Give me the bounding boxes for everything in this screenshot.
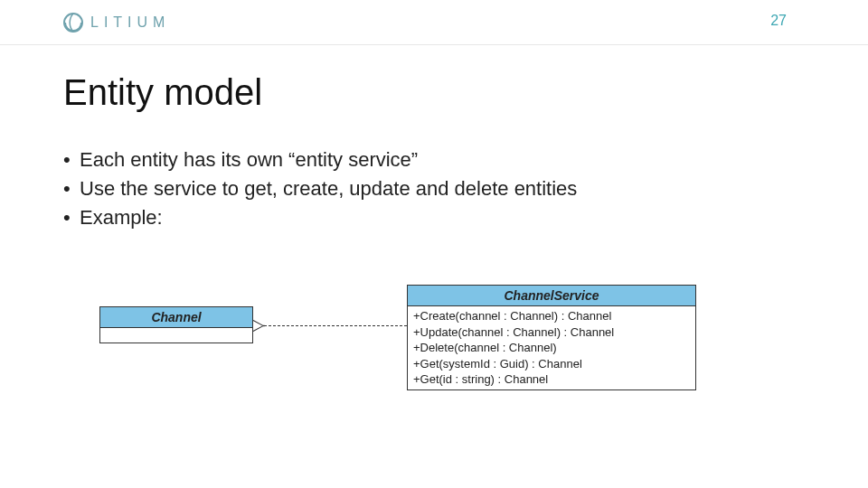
slide: LITIUM 27 Entity model • Each entity has…: [0, 0, 868, 488]
slide-header: LITIUM 27: [0, 0, 868, 45]
brand-logo: LITIUM: [63, 13, 170, 33]
uml-class-name: ChannelService: [408, 286, 695, 306]
uml-class-body: +Create(channel : Channel) : Channel +Up…: [408, 306, 695, 389]
bullet-dot-icon: •: [63, 145, 80, 174]
uml-dependency-arrow: [253, 317, 407, 335]
uml-class-body: [100, 328, 252, 343]
page-title: Entity model: [63, 72, 805, 113]
page-number: 27: [770, 13, 787, 29]
bullet-text: Use the service to get, create, update a…: [80, 174, 577, 203]
uml-member: +Create(channel : Channel) : Channel: [413, 308, 690, 324]
bullet-item: • Use the service to get, create, update…: [63, 174, 805, 203]
uml-member: +Delete(channel : Channel): [413, 340, 690, 356]
uml-member: +Get(systemId : Guid) : Channel: [413, 356, 690, 372]
uml-member: +Get(id : string) : Channel: [413, 371, 690, 388]
bullet-dot-icon: •: [63, 174, 80, 203]
uml-class-channel-service: ChannelService +Create(channel : Channel…: [407, 285, 696, 390]
uml-class-name: Channel: [100, 307, 252, 328]
bullet-item: • Each entity has its own “entity servic…: [63, 145, 805, 174]
bullet-item: • Example:: [63, 203, 805, 232]
litium-globe-icon: [63, 13, 83, 33]
slide-content: Entity model • Each entity has its own “…: [63, 72, 805, 232]
uml-member: +Update(channel : Channel) : Channel: [413, 324, 690, 341]
bullet-text: Example:: [80, 203, 163, 232]
brand-name: LITIUM: [90, 14, 170, 31]
bullet-dot-icon: •: [63, 203, 80, 232]
bullet-text: Each entity has its own “entity service”: [80, 145, 418, 174]
bullet-list: • Each entity has its own “entity servic…: [63, 145, 805, 232]
uml-diagram: Channel ChannelService +Create(channel :…: [99, 285, 769, 429]
uml-class-channel: Channel: [99, 306, 253, 343]
arrow-line-icon: [264, 325, 407, 326]
